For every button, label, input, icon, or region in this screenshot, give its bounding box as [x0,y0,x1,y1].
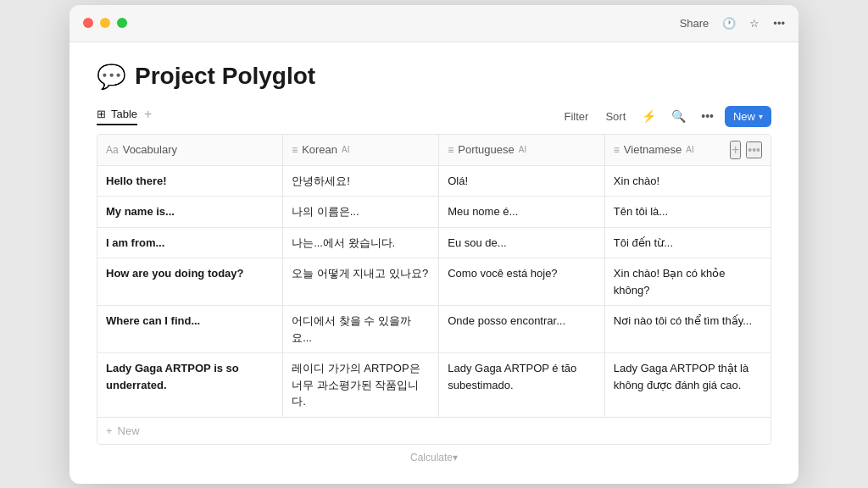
table-row[interactable]: Lady Gaga ARTPOP is so underrated.레이디 가가… [97,353,771,417]
titlebar-actions: Share 🕐 ☆ ••• [680,17,785,30]
sort-button[interactable]: Sort [600,108,631,125]
new-row-label: New [118,424,140,437]
table-row[interactable]: Hello there!안녕하세요!Olá!Xin chào! [97,165,771,197]
minimize-button[interactable] [100,18,110,28]
star-icon: ☆ [749,17,760,30]
cell-portuguese-0[interactable]: Olá! [439,165,605,197]
close-button[interactable] [83,18,93,28]
share-label: Share [680,17,709,30]
toolbar-more-button[interactable]: ••• [697,107,718,125]
cell-vietnamese-3[interactable]: Xin chào! Bạn có khỏe không? [604,258,771,306]
add-column-button[interactable]: + [730,141,741,159]
col-header-vocabulary[interactable]: Aa Vocabulary [97,135,283,166]
tab-table[interactable]: ⊞ Table [97,108,137,125]
toolbar: ⊞ Table + Filter Sort ⚡ 🔍 ••• [97,106,771,132]
search-icon: 🔍 [671,109,686,123]
col-vietnamese-label: Vietnamese [624,143,682,156]
cell-korean-0[interactable]: 안녕하세요! [283,165,439,197]
text-icon-portuguese: ≡ [448,144,453,156]
share-button[interactable]: Share [680,17,709,30]
ai-badge-vietnamese: AI [686,145,693,154]
col-portuguese-label: Portuguese [458,143,515,156]
table-icon: ⊞ [97,108,106,120]
calculate-chevron-icon: ▾ [453,452,458,463]
page-emoji: 💬 [97,63,126,91]
add-icon: + [106,424,113,437]
table-row[interactable]: I am from...나는...에서 왔습니다.Eu sou de...Tôi… [97,227,771,258]
filter-button[interactable]: Filter [559,108,594,125]
maximize-button[interactable] [117,18,127,28]
cell-korean-4[interactable]: 어디에서 찾을 수 있을까요... [283,306,439,353]
cell-portuguese-3[interactable]: Como você está hoje? [439,258,605,306]
cell-vocabulary-4[interactable]: Where can I find... [97,306,283,353]
text-icon-korean: ≡ [292,144,298,156]
cell-korean-2[interactable]: 나는...에서 왔습니다. [283,227,439,258]
clock-icon: 🕐 [722,17,736,30]
cell-vocabulary-5[interactable]: Lady Gaga ARTPOP is so underrated. [97,353,283,417]
page-title-row: 💬 Project Polyglot [97,63,771,91]
more-icon: ••• [701,109,714,123]
new-label: New [733,110,755,123]
lightning-button[interactable]: ⚡ [637,107,660,125]
cell-vietnamese-5[interactable]: Lady Gaga ARTPOP thật là không được đánh… [604,353,771,417]
text-type-icon: Aa [106,144,119,156]
search-button[interactable]: 🔍 [667,107,690,125]
filter-label: Filter [565,110,589,123]
lightning-icon: ⚡ [642,109,656,123]
tab-table-label: Table [111,108,137,120]
col-korean-label: Korean [302,143,337,156]
traffic-lights [83,18,127,28]
col-header-portuguese[interactable]: ≡ Portuguese AI [439,135,605,166]
page-content: 💬 Project Polyglot ⊞ Table + Filter Sort… [70,42,798,484]
cell-vocabulary-3[interactable]: How are you doing today? [97,258,283,306]
table-row[interactable]: My name is...나의 이름은...Meu nome é...Tên t… [97,197,771,228]
add-view-button[interactable]: + [144,107,152,125]
cell-vocabulary-2[interactable]: I am from... [97,227,283,258]
cell-korean-3[interactable]: 오늘 어떻게 지내고 있나요? [283,258,439,306]
cell-vietnamese-0[interactable]: Xin chào! [604,165,771,197]
column-more-button[interactable]: ••• [746,141,762,158]
col-vocabulary-label: Vocabulary [123,143,177,156]
data-table: Aa Vocabulary ≡ Korean AI [97,134,771,445]
text-icon-vietnamese: ≡ [614,144,620,156]
col-header-vietnamese[interactable]: ≡ Vietnamese AI + ••• [604,135,771,166]
table-row[interactable]: How are you doing today?오늘 어떻게 지내고 있나요?C… [97,258,771,306]
new-chevron-icon: ▾ [759,112,763,121]
cell-vocabulary-1[interactable]: My name is... [97,197,283,228]
cell-portuguese-2[interactable]: Eu sou de... [439,227,605,258]
table-row[interactable]: Where can I find...어디에서 찾을 수 있을까요...Onde… [97,306,771,353]
col-header-korean[interactable]: ≡ Korean AI [283,135,439,166]
cell-vietnamese-2[interactable]: Tôi đến từ... [604,227,771,258]
new-button[interactable]: New ▾ [725,106,771,127]
cell-vietnamese-1[interactable]: Tên tôi là... [604,197,771,228]
cell-vietnamese-4[interactable]: Nơi nào tôi có thể tìm thấy... [604,306,771,353]
more-options-button[interactable]: ••• [773,17,785,30]
favorite-button[interactable]: ☆ [749,17,760,30]
cell-korean-1[interactable]: 나의 이름은... [283,197,439,228]
app-window: Share 🕐 ☆ ••• 💬 Project Polyglot ⊞ Table [70,5,798,484]
cell-portuguese-4[interactable]: Onde posso encontrar... [439,306,605,353]
calculate-label: Calculate [410,452,453,463]
cell-portuguese-1[interactable]: Meu nome é... [439,197,605,228]
titlebar: Share 🕐 ☆ ••• [70,5,798,42]
cell-vocabulary-0[interactable]: Hello there! [97,165,283,197]
ellipsis-icon: ••• [773,17,785,30]
ai-badge-korean: AI [342,145,349,154]
add-new-row[interactable]: + New [97,417,771,444]
cell-portuguese-5[interactable]: Lady Gaga ARTPOP é tão subestimado. [439,353,605,417]
toolbar-right: Filter Sort ⚡ 🔍 ••• New ▾ [559,106,771,127]
history-button[interactable]: 🕐 [722,17,736,30]
sort-label: Sort [605,110,626,123]
ai-badge-portuguese: AI [519,145,526,154]
page-title: Project Polyglot [135,63,315,90]
cell-korean-5[interactable]: 레이디 가가의 ARTPOP은 너무 과소평가된 작품입니다. [283,353,439,417]
calculate-row[interactable]: Calculate ▾ [97,445,771,467]
